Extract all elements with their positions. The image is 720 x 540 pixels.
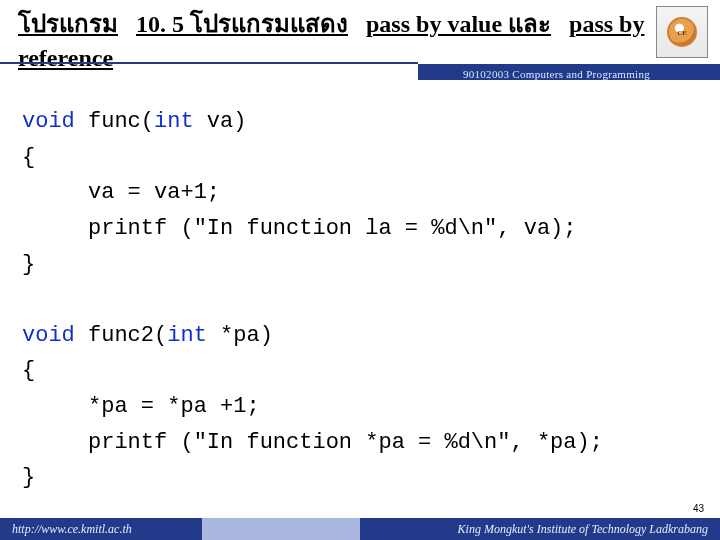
logo-text: CE bbox=[667, 17, 697, 47]
code-l5: } bbox=[22, 252, 35, 277]
slide: โปรแกรม10. 5 โปรแกรมแสดงpass by value แล… bbox=[0, 0, 720, 540]
code-l3: va = va+1; bbox=[22, 180, 220, 205]
kw-int-2: int bbox=[167, 323, 207, 348]
kw-int-1: int bbox=[154, 109, 194, 134]
code-l9: printf ("In function *pa = %d\n", *pa); bbox=[22, 430, 603, 455]
kw-void-1: void bbox=[22, 109, 75, 134]
code-l10: } bbox=[22, 465, 35, 490]
footer-mid bbox=[202, 518, 360, 540]
code-l4: printf ("In function la = %d\n", va); bbox=[22, 216, 577, 241]
code-l6d: *pa) bbox=[207, 323, 273, 348]
title-part2: 10. 5 โปรแกรมแสดง bbox=[136, 11, 348, 37]
code-l6b: func2( bbox=[75, 323, 167, 348]
institution-logo: CE bbox=[656, 6, 708, 58]
header: โปรแกรม10. 5 โปรแกรมแสดงpass by value แล… bbox=[0, 0, 720, 88]
code-l8: *pa = *pa +1; bbox=[22, 394, 260, 419]
code-l1d: va) bbox=[194, 109, 247, 134]
code-l7: { bbox=[22, 358, 35, 383]
code-l1b: func( bbox=[75, 109, 154, 134]
footer: http://www.ce.kmitl.ac.th King Mongkut's… bbox=[0, 518, 720, 540]
content-area: void func(int va) { va = va+1; printf ("… bbox=[0, 88, 720, 496]
footer-url: http://www.ce.kmitl.ac.th bbox=[0, 518, 202, 540]
course-label: 90102003 Computers and Programming bbox=[463, 66, 650, 82]
title-part4: pass by bbox=[569, 11, 644, 37]
title-part1: โปรแกรม bbox=[18, 11, 118, 37]
code-block: void func(int va) { va = va+1; printf ("… bbox=[22, 104, 698, 496]
code-l2: { bbox=[22, 145, 35, 170]
kw-void-2: void bbox=[22, 323, 75, 348]
title-part3: pass by value และ bbox=[366, 11, 551, 37]
page-number: 43 bbox=[693, 503, 704, 514]
header-divider: 90102003 Computers and Programming bbox=[0, 62, 720, 80]
footer-org: King Mongkut's Institute of Technology L… bbox=[360, 518, 720, 540]
